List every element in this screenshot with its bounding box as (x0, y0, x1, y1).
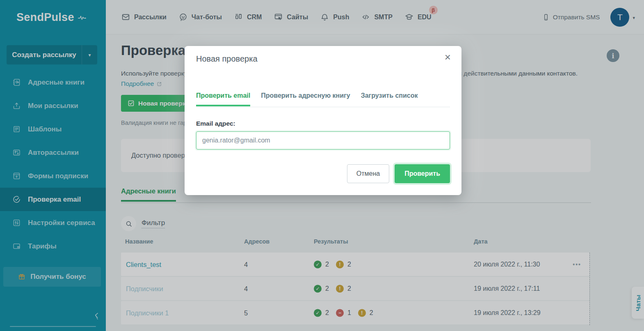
email-label: Email адрес: (196, 120, 235, 127)
modal-actions: Отмена Проверить (347, 164, 450, 183)
email-input[interactable] (196, 131, 450, 149)
modal-tab-upload-list[interactable]: Загрузить список (361, 92, 418, 106)
new-check-modal: Новая проверка Проверить emailПроверить … (185, 46, 461, 195)
close-icon[interactable] (445, 52, 451, 62)
modal-tab-verify-book[interactable]: Проверить адресную книгу (261, 92, 350, 106)
modal-tabs: Проверить emailПроверить адресную книгуЗ… (196, 92, 418, 106)
modal-tab-verify-email[interactable]: Проверить email (196, 92, 250, 106)
cancel-button[interactable]: Отмена (347, 164, 389, 183)
modal-title: Новая проверка (196, 54, 258, 64)
submit-button[interactable]: Проверить (395, 164, 450, 183)
modal-tabs-divider (196, 107, 450, 107)
app: SendPulse Создать рассылку Адресные книг… (0, 0, 644, 331)
